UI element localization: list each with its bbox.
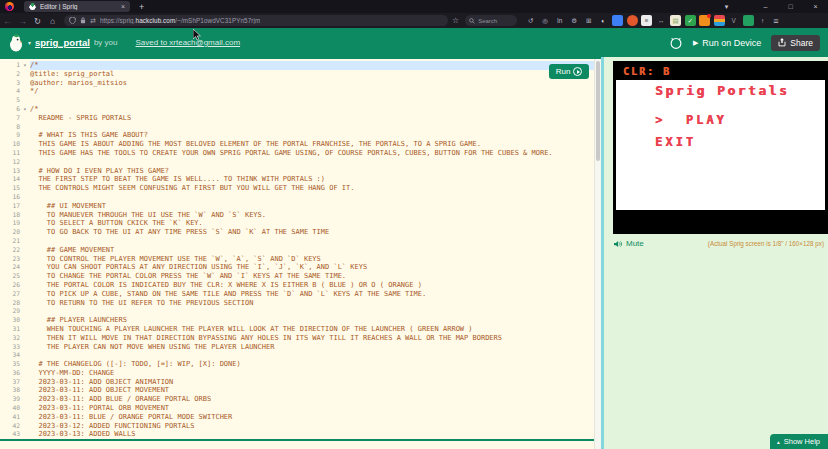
code-line[interactable]: 19 TO SELECT A BUTTON CKICK THE `K` KEY. (0, 219, 601, 228)
sprig-mascot-icon[interactable] (8, 34, 24, 52)
code-line[interactable]: 26 THE PORTAL COLOR IS INDICATED BUY THE… (0, 281, 601, 290)
rainbow-extension-icon[interactable] (714, 15, 725, 26)
run-on-device-button[interactable]: ▶ Run on Device (693, 38, 761, 48)
run-button[interactable]: Run (549, 64, 589, 79)
tab-list-chevron-icon[interactable]: ▾ (714, 3, 739, 11)
lock-icon[interactable] (80, 17, 86, 24)
code-line[interactable]: 30 ## PLAYER LAUNCHERS (0, 316, 601, 325)
text-extension-icon[interactable]: In (554, 15, 565, 26)
account-badge-icon[interactable]: ◎ (540, 15, 551, 26)
mute-button[interactable]: Mute (614, 239, 644, 248)
code-line[interactable]: 15 THE CONTROLS MIGHT SEEM CONFUSING AT … (0, 184, 601, 193)
code-line[interactable]: 41 2023-03-11: BLUE / ORANGE PORTAL MODE… (0, 413, 601, 422)
code-editor[interactable]: 1▾/*2@title: sprig_portal3@author: mario… (0, 57, 601, 449)
fold-arrow-icon[interactable]: ▾ (20, 61, 30, 70)
code-line[interactable]: 18 TO MANUEVER THROUGH THE UI USE THE `W… (0, 211, 601, 220)
adblock-extension-icon[interactable]: ✓ (685, 15, 696, 26)
code-line[interactable]: 40 2023-03-11: PORTAL ORB MOVEMENT (0, 404, 601, 413)
orange-extension-icon[interactable] (627, 15, 638, 26)
history-icon[interactable]: ↺ (525, 15, 536, 26)
minimize-button[interactable]: – (753, 3, 778, 10)
code-line[interactable]: 10 THIS GAME IS ABOUT ADDING THE MOST BE… (0, 140, 601, 149)
project-chevron-icon[interactable]: ▾ (28, 39, 31, 46)
code-line[interactable]: 14 THE FIRST STEP TO BEAT THE GAME IS WE… (0, 175, 601, 184)
line-number: 6 (0, 105, 20, 114)
url-text[interactable]: https://sprig.hackclub.com/~/mShP1owdVC3… (100, 17, 260, 24)
close-window-button[interactable]: × (803, 3, 828, 10)
notifier-extension-icon[interactable] (699, 15, 710, 26)
code-line[interactable]: 3@author: marios_mitsios (0, 79, 601, 88)
code-line[interactable]: 42 2023-03-12: ADDED FUNCTIONING PORTALS (0, 422, 601, 431)
dark-reader-icon[interactable]: ◐ (598, 15, 609, 26)
resize-arrows-icon[interactable]: ↔ (656, 15, 667, 26)
code-line[interactable]: 5 (0, 96, 601, 105)
code-line[interactable]: 13 # HOW DO I EVEN PLAY THIS GAME? (0, 167, 601, 176)
code-line[interactable]: 2@title: sprig_portal (0, 70, 601, 79)
green-extension-icon[interactable] (743, 15, 754, 26)
code-line[interactable]: 4*/ (0, 87, 601, 96)
code-line[interactable]: 20 TO GO BACK TO THE UI AT ANY TIME PRES… (0, 228, 601, 237)
code-line[interactable]: 17 ## UI MOVEMENT (0, 202, 601, 211)
share-button[interactable]: Share (771, 35, 820, 51)
code-line[interactable]: 9 # WHAT IS THIS GAME ABOUT? (0, 131, 601, 140)
reload-button[interactable]: ↻ (30, 16, 45, 26)
fold-arrow-icon[interactable]: ▾ (20, 105, 30, 114)
home-button[interactable]: ⌂ (45, 16, 60, 26)
code-line[interactable]: 24 YOU CAN SHOOT PORTALS AT ANY DIRECTIO… (0, 263, 601, 272)
fold-arrow-icon (20, 219, 30, 228)
show-help-button[interactable]: ▴ Show Help (770, 434, 828, 449)
project-name[interactable]: sprig_portal (35, 37, 90, 48)
code-line[interactable]: 43 2023-03-13: ADDED WALLS (0, 430, 601, 439)
bookmark-star-icon[interactable]: ☆ (452, 16, 459, 25)
code-line[interactable]: 12 (0, 158, 601, 167)
notes-extension-icon[interactable]: ≡ (641, 15, 652, 26)
code-line[interactable]: 22 ## GAME MOVEMENT (0, 246, 601, 255)
code-line[interactable]: 25 TO CHANGE THE PORTAL COLOR PRESS THE … (0, 272, 601, 281)
game-screen[interactable]: CLR: B Sprig Portals > PLAY EXIT (613, 61, 828, 234)
code-line[interactable]: 34 (0, 351, 601, 360)
new-tab-button[interactable]: + (139, 2, 144, 12)
code-line[interactable]: 7 README - SPRIG PORTALS (0, 114, 601, 123)
code-line[interactable]: 37 2023-03-11: ADD OBJECT ANIMATION (0, 378, 601, 387)
code-line[interactable]: 28 TO RETURN TO THE UI REFER TO THE PREV… (0, 299, 601, 308)
code-line[interactable]: 1▾/* (0, 61, 601, 70)
code-line[interactable]: 33 THE PLAYER CAN NOT MOVE WHEN USING TH… (0, 343, 601, 352)
fold-arrow-icon (20, 140, 30, 149)
code-line[interactable]: 36 YYYY-MM-DD: CHANGE (0, 369, 601, 378)
search-box[interactable]: Search (465, 15, 517, 26)
code-line[interactable]: 16 (0, 193, 601, 202)
code-line[interactable]: 32 THEN IT WILL MOVE IN THAT DIRECTION B… (0, 334, 601, 343)
blue-extension-icon[interactable] (612, 15, 623, 26)
code-line[interactable]: 39 2023-03-11: ADD BLUE / ORANGE PORTAL … (0, 395, 601, 404)
code-line[interactable]: 21 (0, 237, 601, 246)
code-line[interactable]: 11 THIS GAME HAS THE TOOLS TO CREATE YOU… (0, 149, 601, 158)
fold-arrow-icon (20, 87, 30, 96)
url-bar[interactable]: ⇄ https://sprig.hackclub.com/~/mShP1owdV… (64, 15, 448, 26)
container-swap-icon[interactable]: ⇄ (90, 17, 96, 25)
code-line[interactable]: 29 (0, 307, 601, 316)
editor-scrollbar[interactable] (594, 59, 601, 449)
maximize-button[interactable]: □ (778, 3, 803, 10)
code-line[interactable]: 6▾/* (0, 105, 601, 114)
shield-icon[interactable] (69, 17, 76, 24)
wrench-icon[interactable]: ⚙ (569, 15, 580, 26)
back-button[interactable]: ← (0, 16, 15, 26)
browser-tab[interactable]: Editor | Sprig × (24, 1, 130, 12)
github-icon[interactable] (669, 36, 683, 50)
code-line[interactable]: 23 TO CONTROL THE PLAYER MOVEMENT USE TH… (0, 255, 601, 264)
saved-account-link[interactable]: Saved to xrteach@gmail.com (136, 38, 241, 47)
code-line[interactable]: 38 2023-03-11: ADD OBJECT MOVEMENT (0, 386, 601, 395)
forward-button[interactable]: → (15, 16, 30, 26)
sidebar-toggle-icon[interactable]: ⊞ (583, 15, 594, 26)
code-line[interactable]: 35 # THE CHANGELOG ([-]: TODO, [=]: WIP,… (0, 360, 601, 369)
code-line[interactable]: 27 TO PICK UP A CUBE, STAND ON THE SAME … (0, 290, 601, 299)
upload-extension-icon[interactable]: ↑ (757, 15, 768, 26)
code-line[interactable]: 31 WHEN TOUCHING A PLAYER LAUNCHER THE P… (0, 325, 601, 334)
code-line[interactable]: 8 (0, 123, 601, 132)
scrollbar-thumb[interactable] (596, 61, 600, 161)
firefox-icon[interactable] (5, 2, 14, 11)
v-extension-icon[interactable]: V (728, 15, 739, 26)
document-extension-icon[interactable]: ▤ (670, 15, 681, 26)
menu-icon[interactable]: ≡ (773, 16, 778, 26)
close-tab-icon[interactable]: × (121, 3, 125, 10)
